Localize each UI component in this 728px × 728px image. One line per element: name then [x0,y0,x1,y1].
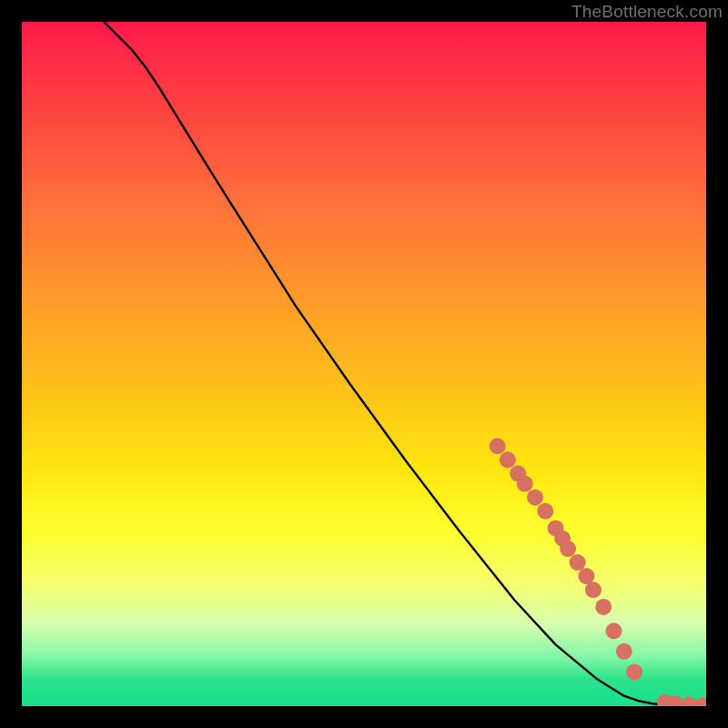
data-point [616,643,632,660]
data-point [626,663,642,680]
data-point [560,541,576,557]
data-point [527,490,543,506]
data-point [537,503,553,520]
data-point [517,476,533,492]
marker-group [490,438,706,706]
data-point [585,581,602,598]
data-point [500,451,516,468]
data-point [490,438,506,454]
data-point [694,697,706,706]
data-point [595,599,612,615]
chart-frame: TheBottleneck.com [0,0,728,728]
chart-overlay [22,22,706,706]
data-point [570,554,586,571]
curve-line [104,22,706,706]
attribution-label: TheBottleneck.com [571,2,723,22]
data-point [605,622,622,639]
plot-area [22,22,706,706]
